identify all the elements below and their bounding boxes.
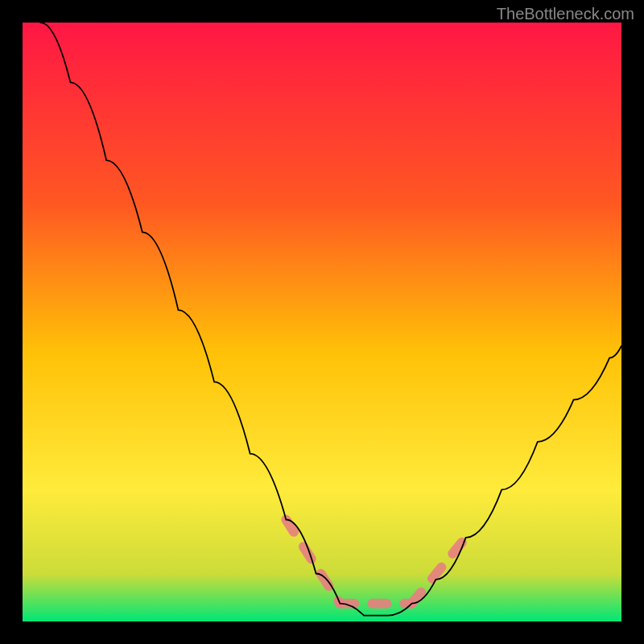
watermark-text: TheBottleneck.com: [497, 5, 634, 23]
gradient-background: [23, 23, 621, 621]
chart-svg: [23, 23, 621, 621]
plot-area: [23, 23, 621, 621]
